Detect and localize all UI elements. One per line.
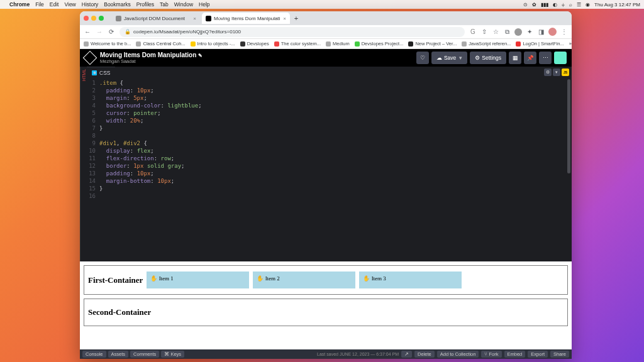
html-panel-tab[interactable]: HTML (80, 67, 87, 261)
bookmark-icon[interactable]: ⧉ (503, 28, 511, 36)
js-panel-tab[interactable]: JS (562, 69, 569, 76)
edit-title-icon[interactable]: ✎ (198, 53, 203, 58)
code-content[interactable]: cursor: pointer; (99, 109, 161, 117)
bookmark-item[interactable]: Medium (326, 41, 350, 47)
preview-item[interactable]: ✋ Item 2 (253, 272, 355, 288)
menubar-app[interactable]: Chrome (9, 1, 30, 8)
chevron-down-icon[interactable]: ▾ (553, 69, 560, 76)
code-content[interactable]: display: flex; (99, 147, 154, 155)
siri-icon[interactable]: ◉ (586, 2, 590, 8)
code-content[interactable]: background-color: lightblue; (99, 102, 202, 109)
menu-file[interactable]: File (35, 1, 44, 8)
url-field[interactable]: 🔒 codepen.io/Msaadat/pen/oNQjjxQ?editors… (119, 27, 465, 37)
pen-author[interactable]: Mezhgan Saadat (100, 58, 203, 64)
code-content[interactable]: width: 20%; (99, 117, 143, 124)
menu-window[interactable]: Window (174, 1, 193, 8)
menu-history[interactable]: History (82, 1, 98, 8)
reload-button[interactable]: ⟳ (108, 28, 115, 36)
control-center-icon[interactable]: ☰ (577, 2, 581, 8)
code-content[interactable]: border: 1px solid gray; (99, 162, 185, 170)
code-content[interactable]: padding: 10px; (99, 87, 154, 94)
user-avatar[interactable] (554, 52, 567, 64)
bookmarks-overflow-icon[interactable]: » (569, 41, 572, 47)
code-line[interactable]: 15} (87, 185, 572, 192)
share-button[interactable]: Share (550, 351, 569, 358)
layout-button[interactable]: ▦ (509, 52, 521, 64)
code-content[interactable]: #div1, #div2 { (99, 140, 147, 147)
forward-button[interactable]: → (96, 28, 103, 36)
menu-tab[interactable]: Tab (160, 1, 169, 8)
profile-avatar[interactable] (548, 28, 557, 36)
bookmark-item[interactable]: LogOn | SmartFin... (516, 41, 564, 47)
code-line[interactable]: 4 background-color: lightblue; (87, 102, 572, 109)
minimize-window-button[interactable] (91, 16, 96, 21)
heart-button[interactable]: ♡ (416, 52, 429, 64)
close-tab-icon[interactable]: × (283, 16, 286, 21)
menubar-clock[interactable]: Thu Aug 3 12:47 PM (594, 2, 640, 8)
code-content[interactable]: margin-bottom: 10px; (99, 177, 174, 185)
bookmark-item[interactable]: Intro to objects -... (191, 41, 235, 47)
preview-item[interactable]: ✋ Item 3 (359, 272, 462, 288)
fork-button[interactable]: ⑂ Fork (481, 351, 501, 358)
status-icon[interactable]: ⊙ (523, 2, 528, 8)
add-collection-button[interactable]: Add to Collection (437, 351, 479, 358)
share-icon[interactable]: ⇧ (480, 28, 488, 36)
extension-icon[interactable] (514, 28, 522, 36)
popout-button[interactable]: ↗ (401, 351, 412, 358)
bookmark-item[interactable]: Devslopes Project... (355, 41, 404, 47)
back-button[interactable]: ← (84, 28, 91, 36)
preview-item[interactable]: ✋ Item 1 (147, 272, 249, 288)
code-content[interactable]: margin: 5px; (99, 94, 147, 102)
menu-profiles[interactable]: Profiles (136, 1, 154, 8)
menu-help[interactable]: Help (199, 1, 209, 8)
export-button[interactable]: Export (528, 351, 548, 358)
code-line[interactable]: 14 margin-bottom: 10px; (87, 177, 572, 185)
delete-button[interactable]: Delete (414, 351, 435, 358)
sidepanel-icon[interactable]: ◨ (537, 28, 545, 36)
menu-bookmarks[interactable]: Bookmarks (104, 1, 131, 8)
code-editor[interactable]: 1.item {2 padding: 10px;3 margin: 5px;4 … (87, 78, 572, 261)
status-icon[interactable]: ◐ (553, 2, 557, 8)
code-content[interactable]: .item { (99, 79, 123, 87)
code-content[interactable]: padding: 10px; (99, 170, 154, 177)
code-line[interactable]: 7} (87, 124, 572, 132)
menu-edit[interactable]: Edit (50, 1, 59, 8)
code-line[interactable]: 6 width: 20%; (87, 117, 572, 124)
close-tab-icon[interactable]: × (193, 16, 196, 21)
battery-icon[interactable]: ▮▮▮ (541, 2, 548, 8)
new-tab-button[interactable]: + (292, 14, 301, 23)
bookmark-item[interactable]: Class Central Coh... (136, 41, 185, 47)
save-button[interactable]: ☁Save▾ (431, 52, 467, 64)
assets-button[interactable]: Assets (108, 351, 129, 358)
menu-button[interactable]: ⋯ (539, 52, 552, 64)
code-line[interactable]: 11 flex-direction: row; (87, 155, 572, 162)
code-line[interactable]: 16 (87, 192, 572, 200)
pin-button[interactable]: 📌 (524, 52, 536, 64)
search-icon[interactable]: ⌕ (569, 2, 572, 8)
browser-tab-active[interactable]: Moving Items Dom Manipulati × (202, 13, 290, 24)
code-line[interactable]: 12 border: 1px solid gray; (87, 162, 572, 170)
bookmark-item[interactable]: JavaScript referen... (462, 41, 511, 47)
bookmark-item[interactable]: The color system... (274, 41, 321, 47)
code-line[interactable]: 9#div1, #div2 { (87, 140, 572, 147)
code-line[interactable]: 2 padding: 10px; (87, 87, 572, 94)
star-icon[interactable]: ☆ (492, 28, 499, 36)
panel-settings-icon[interactable]: ⚙ (544, 69, 552, 76)
close-window-button[interactable] (84, 16, 89, 21)
code-line[interactable]: 3 margin: 5px; (87, 94, 572, 102)
bookmark-item[interactable]: Devslopes (240, 41, 269, 47)
code-line[interactable]: 5 cursor: pointer; (87, 109, 572, 117)
keys-button[interactable]: ⌘ Keys (161, 351, 184, 358)
scrollbar[interactable] (567, 79, 570, 173)
codepen-logo-icon[interactable] (83, 51, 97, 65)
bookmark-item[interactable]: New Project – Ver... (408, 41, 457, 47)
extensions-icon[interactable]: ✦ (526, 28, 533, 36)
code-line[interactable]: 8 (87, 132, 572, 140)
browser-tab[interactable]: JavaScript DOM Document × (112, 13, 200, 24)
pen-title[interactable]: Moving Items Dom Manipulation (100, 52, 196, 58)
bookmark-item[interactable]: Welcome to the b... (84, 41, 131, 47)
code-line[interactable]: 10 display: flex; (87, 147, 572, 155)
status-icon[interactable]: ✿ (532, 2, 536, 8)
settings-button[interactable]: ⚙Settings (470, 52, 506, 64)
code-line[interactable]: 1.item { (87, 79, 572, 87)
